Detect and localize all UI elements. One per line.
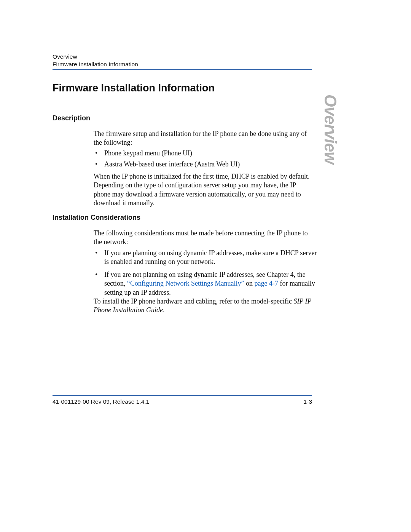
considerations-bullet: If you are planning on using dynamic IP …	[104, 249, 323, 267]
runhead-line2: Firmware Installation Information	[53, 61, 312, 68]
considerations-bullet-mid: on	[244, 280, 254, 287]
top-rule	[53, 69, 312, 70]
subheading-description: Description	[53, 114, 90, 122]
footer-left: 41-001129-00 Rev 09, Release 1.4.1	[53, 398, 149, 405]
description-intro: The firmware setup and installation for …	[94, 129, 312, 147]
bottom-rule	[53, 395, 312, 396]
considerations-closing: To install the IP phone hardware and cab…	[94, 297, 312, 315]
page-footer: 41-001129-00 Rev 09, Release 1.4.1 1-3	[53, 398, 312, 405]
description-after: When the IP phone is initialized for the…	[94, 172, 312, 208]
running-header: Overview Firmware Installation Informati…	[53, 53, 312, 68]
closing-pre: To install the IP phone hardware and cab…	[94, 297, 293, 305]
closing-post: .	[163, 306, 165, 314]
page: Overview Firmware Installation Informati…	[0, 0, 411, 532]
description-bullet: Aastra Web-based user interface (Aastra …	[104, 160, 323, 169]
runhead-line1: Overview	[53, 53, 312, 60]
xref-link-config[interactable]: “Configuring Network Settings Manually”	[127, 280, 244, 287]
considerations-bullets: If you are planning on using dynamic IP …	[94, 249, 323, 301]
considerations-bullet: If you are not planning on using dynamic…	[104, 270, 323, 297]
description-bullet: Phone keypad menu (Phone UI)	[104, 149, 323, 158]
section-heading: Firmware Installation Information	[53, 82, 215, 94]
side-tab: Overview	[321, 94, 339, 171]
description-bullets: Phone keypad menu (Phone UI) Aastra Web-…	[94, 149, 323, 171]
considerations-intro: The following considerations must be mad…	[94, 229, 312, 247]
subheading-considerations: Installation Considerations	[53, 214, 140, 222]
footer-page-number: 1-3	[304, 398, 312, 405]
xref-link-page[interactable]: page 4-7	[254, 280, 278, 287]
side-tab-label: Overview	[321, 94, 340, 164]
